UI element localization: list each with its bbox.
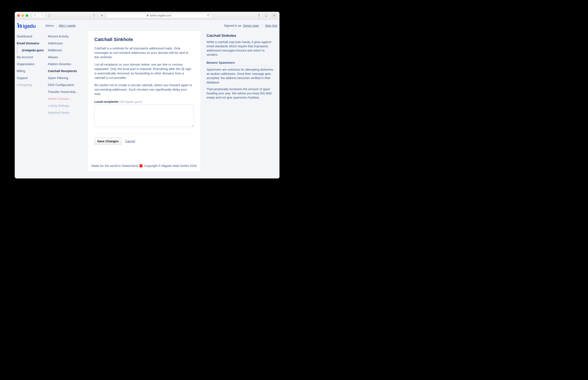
logo[interactable]: igadu [17,22,42,29]
nav-catchall-recipients[interactable]: Catchall Recipients [48,67,85,75]
save-button[interactable]: Save Changes [94,138,122,145]
maximize-window-button[interactable] [26,14,28,17]
back-button[interactable] [32,13,39,18]
nav-pattern-rewrites[interactable]: Pattern Rewrites [48,60,85,67]
header-right: Signed in as Demo User | Sign Out [224,24,277,27]
forward-button[interactable] [39,13,45,18]
nav-primary: Dashboard Email Domains @migadu.guru My … [17,31,48,171]
reader-button[interactable] [99,13,105,18]
nav-my-account[interactable]: My Account [17,54,48,60]
footer-left: Made for the world in Switzerland [91,164,138,168]
aside-p1: While a catchall may look handy, it goes… [207,40,276,57]
nav-changelog[interactable]: Changelog [17,81,48,88]
svg-text:igadu: igadu [23,23,36,29]
nav-spam-filtering[interactable]: Spam Filtering [48,75,85,81]
minimize-window-button[interactable] [21,14,24,17]
breadcrumb-demo: Demo [45,24,54,27]
nav-delete-domain[interactable]: Delete Domain... [48,95,85,102]
footer-right: Copyright © Migadu-Mail GmbH 2020 [144,164,197,168]
aside-p3: That perpetually increases the amount of… [207,87,276,100]
nav-dashboard[interactable]: Dashboard [17,33,48,40]
aside-heading-2: Beware Spammers [207,61,276,66]
svg-rect-0 [48,15,51,17]
nav-buttons [32,13,45,18]
aside-heading-1: Catchall Sinkoles [207,34,276,38]
divider [94,134,194,134]
footer: Made for the world in Switzerland Copyri… [88,164,201,168]
page-header: igadu Demo | Mini / yearly Signed in as … [15,20,279,31]
nav-listing-settings[interactable]: Listing Settings [48,102,85,109]
page-title: Catchall Sinkhole [94,37,194,42]
nav-email-domains[interactable]: Email Domains [17,40,48,47]
sidebar-toggle-button[interactable] [47,13,52,18]
nav-billing[interactable]: Billing [17,67,48,75]
aside-p2: Spammers are notorious for attempting de… [207,67,276,84]
new-tab-button[interactable]: + [272,13,277,18]
svg-rect-7 [147,15,148,16]
intro-p3: Be careful not to create a circular catc… [94,83,194,96]
nav-recent-activity[interactable]: Recent Activity [48,33,85,40]
share-button[interactable] [256,13,262,18]
page-content: igadu Demo | Mini / yearly Signed in as … [15,20,279,178]
sign-out-link[interactable]: Sign Out [265,24,277,27]
tabs-button[interactable] [263,13,269,18]
nav-support[interactable]: Support [17,75,48,81]
traffic-lights [17,14,28,17]
main-column: Catchall Sinkhole Catchall is a sinkhole… [87,31,201,171]
url-bar[interactable]: admin.migadu.com [106,13,212,18]
close-window-button[interactable] [17,14,20,17]
recipients-textarea[interactable] [94,105,194,127]
lock-icon [147,14,148,17]
signed-in-label: Signed in as [224,24,241,27]
browser-window: admin.migadu.com + igadu [15,12,279,178]
browser-chrome: admin.migadu.com + [15,12,279,20]
nav-dns-configuration[interactable]: DNS Configuration [48,81,85,88]
url-text: admin.migadu.com [150,14,171,17]
intro-p2: List all recipients on your domain below… [94,62,194,80]
swiss-flag-icon [140,164,143,167]
svg-rect-11 [265,15,268,16]
nav-transfer-ownership[interactable]: Transfer Ownership... [48,88,85,95]
breadcrumb-plan-link[interactable]: Mini / yearly [59,24,76,27]
main-panel: Catchall Sinkhole Catchall is a sinkhole… [87,31,201,171]
nav-attached-notes[interactable]: Attached Notes [48,109,85,116]
aside-column: Catchall Sinkoles While a catchall may l… [207,31,276,171]
nav-aliases[interactable]: Aliases [48,54,85,60]
form-actions: Save Changes Cancel [94,138,194,145]
user-link[interactable]: Demo User [243,24,259,27]
nav-addresses[interactable]: Addresses [48,40,85,47]
svg-point-12 [17,23,18,24]
intro-p1: Catchall is a sinkhole for all improperl… [94,46,194,59]
nav-organization[interactable]: Organization [17,60,48,67]
privacy-shield-button[interactable] [91,13,97,18]
nav-secondary: Recent Activity Addresses Mailboxes Alia… [48,31,85,171]
nav-mailboxes[interactable]: Mailboxes [48,47,85,54]
reload-button[interactable] [207,14,210,17]
nav-domain-current[interactable]: @migadu.guru [17,47,48,54]
breadcrumb: Demo | Mini / yearly [45,24,76,27]
cancel-link[interactable]: Cancel [125,139,135,143]
recipients-label: Local recipients (@migadu.guru) [94,100,194,103]
